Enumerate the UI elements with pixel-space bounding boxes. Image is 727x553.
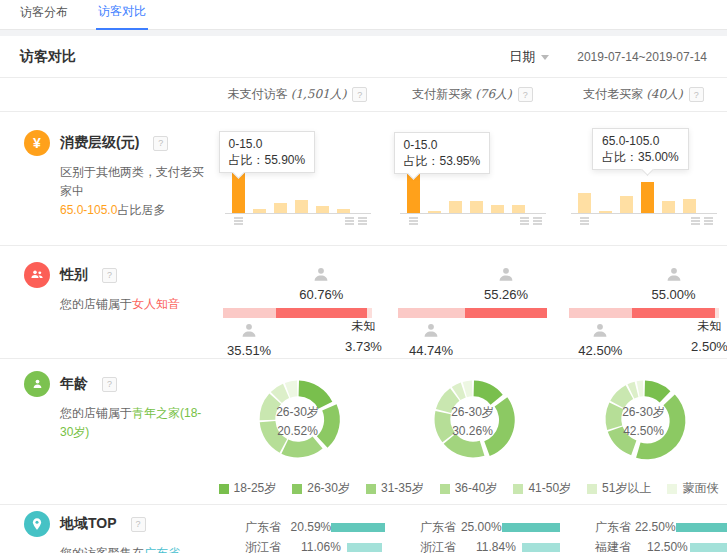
legend-item[interactable]: 蒙面侠 <box>667 480 718 497</box>
chart-tooltip: 0-15.0占比：55.90% <box>219 131 316 173</box>
legend-item[interactable]: 18-25岁 <box>219 480 277 497</box>
gender-bar <box>398 308 548 318</box>
region-bar[interactable] <box>347 543 382 552</box>
help-icon[interactable]: ? <box>102 377 117 392</box>
region-chart-new-buyers: 广东省25.00%浙江省11.84% <box>385 505 560 553</box>
consume-bar[interactable] <box>512 205 525 213</box>
legend-item[interactable]: 41-50岁 <box>513 480 571 497</box>
gender-bar-female-segment[interactable] <box>465 308 548 318</box>
age-donut-segment[interactable] <box>443 434 484 458</box>
consume-bar[interactable] <box>470 201 483 213</box>
age-donut-segment[interactable] <box>281 436 322 457</box>
region-percentage: 11.06% <box>301 540 347 553</box>
gender-chart-unpaid: 60.76%35.51%未知3.73% <box>210 246 385 358</box>
consume-bar[interactable] <box>578 193 591 213</box>
person-silhouette-icon <box>241 322 257 338</box>
consume-bar[interactable] <box>449 201 462 213</box>
yen-icon: ¥ <box>24 130 50 156</box>
consume-bar[interactable] <box>491 205 504 213</box>
unknown-percentage: 3.73% <box>337 337 391 356</box>
legend-swatch <box>219 484 229 494</box>
region-percentage: 12.50% <box>647 540 690 553</box>
consume-highlight-range: 65.0-105.0 <box>60 203 117 217</box>
gender-chart-old-buyers: 55.00%42.50%未知2.50% <box>560 246 727 358</box>
region-bar[interactable] <box>502 523 560 532</box>
consume-bar[interactable] <box>683 199 696 213</box>
legend-swatch <box>513 484 523 494</box>
age-donut-segment[interactable] <box>605 402 623 429</box>
column-count: (40人) <box>646 86 683 103</box>
help-icon[interactable]: ? <box>689 87 704 102</box>
legend-item[interactable]: 36-40岁 <box>440 480 498 497</box>
region-name: 浙江省 <box>245 539 301 553</box>
region-chart-old-buyers: 广东省22.50%福建省12.50% <box>560 505 727 553</box>
help-icon[interactable]: ? <box>102 268 117 283</box>
date-range-text: 2019-07-14~2019-07-14 <box>577 50 707 64</box>
consume-bar[interactable] <box>337 209 350 214</box>
region-chart: 广东省22.50%福建省12.50% <box>560 505 727 553</box>
consume-bar[interactable] <box>316 206 329 213</box>
region-bar[interactable] <box>522 543 560 552</box>
legend-swatch <box>292 484 302 494</box>
region-bar[interactable] <box>676 523 727 532</box>
help-icon[interactable]: ? <box>518 87 533 102</box>
section-desc-gender: 您的店铺属于女人知音 <box>60 295 210 314</box>
female-label: 55.26% <box>471 266 541 302</box>
consume-label-cell: ¥ 消费层级(元) ? 区别于其他两类，支付老买家中 65.0-105.0占比居… <box>0 112 210 245</box>
gender-label-cell: 性别 ? 您的店铺属于女人知音 <box>0 246 210 358</box>
visitor-compare-page: 访客分布 访客对比 访客对比 日期 2019-07-14~2019-07-14 … <box>0 0 727 553</box>
tab-visitor-distribution[interactable]: 访客分布 <box>18 4 70 29</box>
gender-bar-male-segment[interactable] <box>398 308 465 318</box>
help-icon[interactable]: ? <box>131 517 146 532</box>
help-icon[interactable]: ? <box>153 136 168 151</box>
age-donut-segment[interactable] <box>259 421 286 453</box>
consume-bar[interactable] <box>274 203 287 213</box>
tab-visitor-compare[interactable]: 访客对比 <box>96 3 148 30</box>
region-bar[interactable] <box>331 523 385 532</box>
age-donut-segment[interactable] <box>298 381 332 409</box>
section-title-age: 年龄 <box>60 375 88 393</box>
region-chart: 广东省20.59%浙江省11.06% <box>210 505 385 553</box>
gender-bar-male-segment[interactable] <box>569 308 633 318</box>
help-icon[interactable]: ? <box>352 87 367 102</box>
consume-bar[interactable] <box>428 211 441 213</box>
consume-bar[interactable] <box>295 200 308 213</box>
consume-bar-chart: 65.0-105.0占比：35.00% <box>571 157 717 214</box>
section-title-region: 地域TOP <box>60 515 117 533</box>
age-donut-segment[interactable] <box>607 427 636 456</box>
age-donut-chart: 26-30岁42.50% <box>596 371 692 471</box>
region-row: 广东省22.50% <box>560 517 727 537</box>
age-donut-segment[interactable] <box>484 397 515 456</box>
male-label: 35.51% <box>214 322 284 358</box>
consume-bar[interactable] <box>253 209 266 214</box>
age-donut-segment[interactable] <box>636 394 685 459</box>
age-donut-segment[interactable] <box>316 404 339 448</box>
age-donut-segment[interactable] <box>644 381 670 403</box>
location-pin-icon <box>24 511 50 537</box>
person-silhouette-icon <box>313 266 329 282</box>
age-donut-segment[interactable] <box>473 381 502 405</box>
consume-bar[interactable] <box>620 196 633 213</box>
tooltip-share-label: 占比：55.90% <box>229 152 306 168</box>
tooltip-range-label: 0-15.0 <box>404 137 481 153</box>
tooltip-range-label: 65.0-105.0 <box>602 133 679 149</box>
gender-chart: 55.00%42.50%未知2.50% <box>569 246 719 358</box>
consume-bar[interactable] <box>641 182 654 214</box>
legend-item[interactable]: 51岁以上 <box>587 480 651 497</box>
tooltip-arrow <box>641 163 654 176</box>
consume-chart-new-buyers: 0-15.0占比：53.95% <box>385 112 560 245</box>
axis-label-icon <box>520 217 542 225</box>
chart-tooltip: 0-15.0占比：53.95% <box>394 132 491 174</box>
gender-chart: 60.76%35.51%未知3.73% <box>223 246 373 358</box>
consume-bar[interactable] <box>662 201 675 213</box>
unknown-title: 未知 <box>337 317 391 336</box>
male-label: 44.74% <box>396 322 466 358</box>
gender-bar-male-segment[interactable] <box>223 308 276 318</box>
legend-item[interactable]: 26-30岁 <box>292 480 350 497</box>
region-bar[interactable] <box>690 543 727 552</box>
legend-item[interactable]: 31-35岁 <box>366 480 424 497</box>
date-filter-dropdown[interactable]: 日期 <box>509 48 549 66</box>
axis-label-icon <box>345 217 367 225</box>
consume-bar[interactable] <box>599 211 612 213</box>
date-filter-label: 日期 <box>509 48 535 66</box>
